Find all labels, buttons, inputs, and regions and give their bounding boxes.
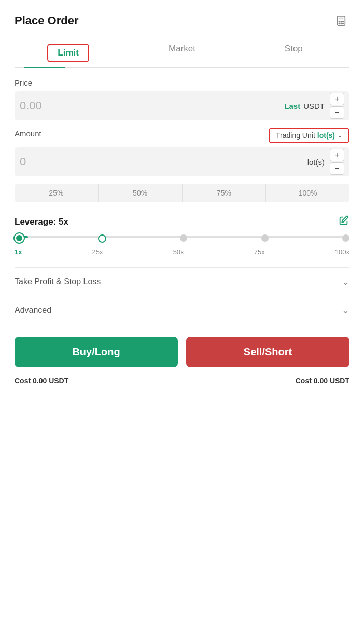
slider-dot-50x: [180, 234, 187, 242]
slider-label-100x: 100x: [335, 248, 349, 256]
sell-cost-label: Cost: [296, 377, 312, 385]
slider-label-50x: 50x: [173, 248, 184, 256]
tab-market[interactable]: Market: [126, 38, 237, 67]
tab-market-label: Market: [169, 44, 195, 53]
slider-dot-75x: [261, 234, 269, 242]
svg-point-7: [343, 23, 344, 24]
take-profit-label: Take Profit & Stop Loss: [15, 277, 101, 286]
leverage-row: Leverage: 5x: [15, 215, 349, 229]
percent-100[interactable]: 100%: [266, 184, 349, 202]
svg-point-6: [341, 23, 342, 24]
amount-plus-btn[interactable]: +: [330, 149, 344, 161]
last-label: Last: [284, 102, 300, 110]
svg-point-5: [339, 23, 340, 24]
amount-header: Amount Trading Unit lot(s) ⌄: [15, 128, 349, 143]
slider-dots: [15, 234, 349, 243]
percent-row: 25% 50% 75% 100%: [15, 184, 349, 202]
trading-unit-unit: lot(s): [317, 131, 335, 140]
svg-point-3: [341, 21, 342, 22]
percent-25[interactable]: 25%: [15, 184, 99, 202]
trading-unit-text: Trading Unit: [276, 131, 315, 140]
take-profit-chevron-icon: ⌄: [342, 276, 349, 287]
sell-cost-value: 0.00 USDT: [314, 377, 349, 385]
price-minus-btn[interactable]: −: [330, 106, 344, 119]
buy-cost-label: Cost: [15, 377, 31, 385]
action-buttons: Buy/Long Sell/Short: [15, 337, 349, 367]
price-currency: USDT: [303, 102, 325, 110]
buy-cost-value: 0.00 USDT: [33, 377, 68, 385]
tab-limit-label: Limit: [47, 44, 89, 62]
slider-dot-25x: [98, 234, 106, 243]
price-value[interactable]: 0.00: [20, 99, 284, 113]
amount-unit: lot(s): [307, 158, 325, 167]
amount-right: lot(s): [307, 158, 325, 167]
advanced-chevron-icon: ⌄: [342, 304, 349, 316]
chevron-down-icon: ⌄: [337, 132, 342, 139]
advanced-label: Advanced: [15, 306, 51, 315]
slider-dot-100x: [342, 234, 349, 242]
amount-input-group: 0 lot(s) + −: [15, 147, 349, 176]
price-plus-btn[interactable]: +: [330, 93, 344, 105]
svg-rect-1: [339, 18, 343, 20]
leverage-edit-icon[interactable]: [338, 215, 349, 229]
percent-50[interactable]: 50%: [99, 184, 183, 202]
amount-minus-btn[interactable]: −: [330, 162, 344, 175]
trading-unit-dropdown[interactable]: Trading Unit lot(s) ⌄: [269, 128, 349, 143]
svg-point-2: [339, 21, 340, 22]
slider-label-75x: 75x: [254, 248, 265, 256]
price-label: Price: [15, 78, 349, 87]
svg-point-4: [343, 21, 344, 22]
advanced-accordion[interactable]: Advanced ⌄: [15, 296, 349, 324]
sell-short-button[interactable]: Sell/Short: [186, 337, 349, 367]
leverage-label: Leverage: 5x: [15, 217, 68, 227]
price-right: Last USDT: [284, 102, 325, 110]
cost-row: Cost 0.00 USDT Cost 0.00 USDT: [15, 377, 349, 385]
slider-labels: 1x 25x 50x 75x 100x: [15, 248, 349, 256]
take-profit-accordion[interactable]: Take Profit & Stop Loss ⌄: [15, 267, 349, 296]
amount-label: Amount: [15, 129, 41, 138]
slider-label-1x: 1x: [15, 248, 22, 256]
slider-label-25x: 25x: [92, 248, 103, 256]
calculator-icon[interactable]: [333, 12, 349, 29]
buy-cost: Cost 0.00 USDT: [15, 377, 68, 385]
slider-dot-1x: [15, 233, 24, 243]
buy-long-button[interactable]: Buy/Long: [15, 337, 178, 367]
tab-stop[interactable]: Stop: [238, 38, 349, 67]
percent-75[interactable]: 75%: [183, 184, 267, 202]
page-title: Place Order: [15, 14, 79, 27]
tab-stop-label: Stop: [285, 44, 303, 53]
price-stepper: + −: [330, 93, 344, 119]
sell-cost: Cost 0.00 USDT: [296, 377, 349, 385]
order-tabs: Limit Market Stop: [15, 38, 349, 68]
amount-value[interactable]: 0: [20, 155, 307, 169]
amount-stepper: + −: [330, 149, 344, 175]
leverage-slider[interactable]: [15, 236, 349, 243]
tab-limit[interactable]: Limit: [15, 38, 126, 67]
price-input-group: 0.00 Last USDT + −: [15, 91, 349, 120]
